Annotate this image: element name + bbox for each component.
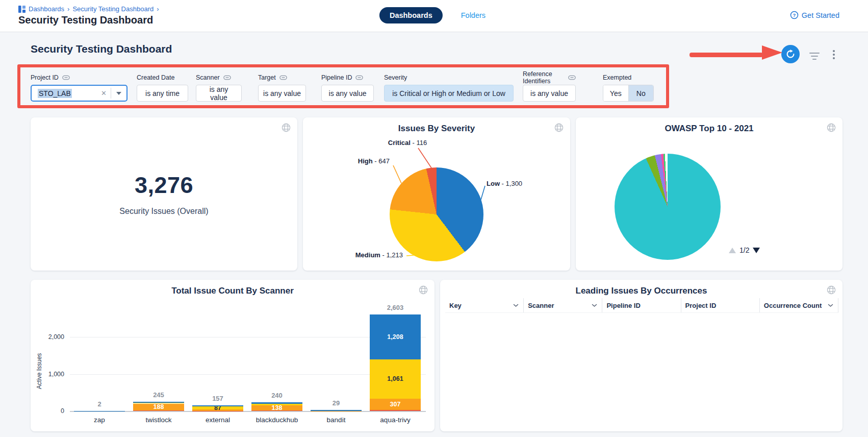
dashboards-grid-icon — [18, 6, 25, 13]
pipeline-id-value-button[interactable]: is any value — [321, 85, 374, 102]
pie-label-high: High - 647 — [358, 157, 390, 165]
bar-category-label: zap — [70, 416, 129, 424]
filter-control: is any value — [523, 85, 576, 102]
card-issues-by-severity: Issues By Severity Low - 1,300Medium - 1… — [303, 117, 570, 271]
filter-label: Target — [258, 74, 276, 81]
project-id-input[interactable]: STO_LAB✕ — [31, 85, 127, 102]
annotation-arrow — [690, 53, 763, 57]
bar-blackduckhub-medium[interactable] — [251, 404, 302, 405]
clear-icon[interactable]: ✕ — [97, 89, 111, 97]
column-header-label: Pipeline ID — [606, 302, 640, 309]
bar-category-label: external — [188, 416, 247, 424]
bar-segment-label: 1,061 — [370, 375, 421, 382]
filter-icon[interactable] — [806, 49, 823, 65]
exempted-option-yes[interactable]: Yes — [603, 85, 628, 101]
filter-label-row: Scanner — [196, 74, 242, 81]
filter-label: Pipeline ID — [321, 74, 352, 81]
bar-blackduckhub-low[interactable] — [251, 402, 302, 404]
page-up-icon[interactable] — [729, 248, 736, 253]
column-header-scanner[interactable]: Scanner — [524, 298, 602, 312]
table-header-row: KeyScannerPipeline IDProject IDOccurrenc… — [445, 298, 838, 313]
filter-label: Created Date — [137, 74, 174, 81]
filter-label: Severity — [384, 74, 407, 81]
target-value-button[interactable]: is any value — [258, 85, 306, 102]
filter-control: is any value — [321, 85, 374, 102]
pie-label-low: Low - 1,300 — [487, 180, 522, 187]
bar-external-low[interactable] — [192, 405, 243, 406]
filter-label: Project ID — [31, 74, 59, 81]
y-tick-0: 0 — [38, 407, 64, 415]
page-down-icon[interactable] — [753, 248, 760, 253]
bar-twistlock-low[interactable] — [133, 402, 184, 403]
filter-label-row: Severity — [384, 74, 514, 81]
filter-reference-identifiers: Reference Identifiersis any value — [523, 74, 576, 102]
annotation-arrow-head — [762, 45, 782, 60]
severity-value-button[interactable]: is Critical or High or Medium or Low — [384, 85, 514, 102]
column-header-label: Key — [449, 302, 462, 309]
chart-title: OWASP Top 10 - 2021 — [576, 124, 843, 134]
chart-title: Issues By Severity — [303, 124, 570, 134]
bar-category-label: aqua-trivy — [366, 416, 425, 424]
severity-pie-chart[interactable] — [390, 167, 483, 261]
refresh-button[interactable] — [781, 45, 800, 63]
get-started-link[interactable]: ? Get Started — [790, 11, 839, 19]
tab-dashboards[interactable]: Dashboards — [379, 7, 443, 23]
filter-label: Reference Identifiers — [523, 70, 565, 85]
filter-created-date: Created Dateis any time — [137, 74, 188, 102]
column-header-occurrence-count[interactable]: Occurrence Count — [760, 298, 838, 312]
svg-text:?: ? — [793, 12, 796, 18]
card-owasp-top-10: OWASP Top 10 - 2021 1/2 — [576, 117, 843, 271]
breadcrumb-link-dashboards[interactable]: Dashboards — [29, 5, 64, 13]
bar-aqua-trivy-critical[interactable] — [370, 410, 421, 411]
pie-label-critical: Critical - 116 — [388, 139, 427, 147]
breadcrumb-link-current[interactable]: Security Testing Dashboard — [72, 5, 154, 13]
bar-category-label: twistlock — [129, 416, 188, 424]
filter-input-value: STO_LAB — [38, 89, 72, 98]
table-body-empty — [445, 313, 838, 427]
breadcrumb-separator: › — [67, 5, 69, 13]
column-header-label: Scanner — [528, 302, 554, 309]
page-indicator: 1/2 — [739, 246, 749, 254]
bar-bandit-low[interactable] — [311, 410, 362, 411]
exempted-toggle: YesNo — [603, 85, 654, 102]
filter-label: Scanner — [196, 74, 220, 81]
reference-identifiers-value-button[interactable]: is any value — [523, 85, 576, 102]
column-header-pipeline-id[interactable]: Pipeline ID — [602, 298, 681, 312]
pie-pagination: 1/2 — [729, 246, 760, 254]
exempted-option-no[interactable]: No — [628, 85, 654, 101]
filter-control: is Critical or High or Medium or Low — [384, 85, 514, 102]
get-started-label: Get Started — [802, 11, 839, 19]
chart-title: Leading Issues By Occurrences — [440, 286, 843, 296]
filter-control: YesNo — [603, 85, 654, 102]
kebab-menu-icon[interactable] — [831, 48, 837, 61]
y-tick-1000: 1,000 — [38, 371, 64, 378]
filter-control: is any time — [137, 85, 188, 102]
card-leading-issues-by-occurrences: Leading Issues By Occurrences KeyScanner… — [440, 280, 843, 431]
bar-total-label: 2 — [74, 400, 125, 408]
filter-control: is any value — [258, 85, 306, 102]
filter-exempted: ExemptedYesNo — [603, 74, 654, 102]
filter-severity: Severityis Critical or High or Medium or… — [384, 74, 514, 102]
bar-chart: 01,0002,0002zap188245twistlock87157exter… — [31, 280, 435, 431]
filter-bar: Project IDSTO_LAB✕Created Dateis any tim… — [31, 74, 668, 104]
globe-icon — [554, 123, 564, 135]
link-icon — [62, 75, 70, 80]
filter-pipeline-id: Pipeline IDis any value — [321, 74, 374, 102]
filter-label-row: Reference Identifiers — [523, 74, 576, 81]
tab-folders[interactable]: Folders — [458, 11, 489, 20]
scanner-value-button[interactable]: is any value — [196, 85, 242, 102]
created-date-value-button[interactable]: is any time — [137, 85, 188, 102]
breadcrumb: Dashboards › Security Testing Dashboard … — [18, 5, 159, 13]
bar-total-label: 2,603 — [370, 304, 421, 311]
filter-label-row: Target — [258, 74, 306, 81]
chevron-down-icon — [592, 304, 597, 307]
filter-project-id: Project IDSTO_LAB✕ — [31, 74, 127, 102]
column-header-key[interactable]: Key — [445, 298, 524, 312]
bar-twistlock-medium[interactable] — [133, 403, 184, 403]
dropdown-caret-icon[interactable] — [116, 92, 121, 95]
owasp-pie-chart[interactable] — [615, 154, 721, 260]
filter-label-row: Created Date — [137, 74, 188, 81]
top-header: Dashboards › Security Testing Dashboard … — [0, 0, 868, 32]
column-header-project-id[interactable]: Project ID — [681, 298, 760, 312]
globe-icon — [826, 123, 836, 135]
